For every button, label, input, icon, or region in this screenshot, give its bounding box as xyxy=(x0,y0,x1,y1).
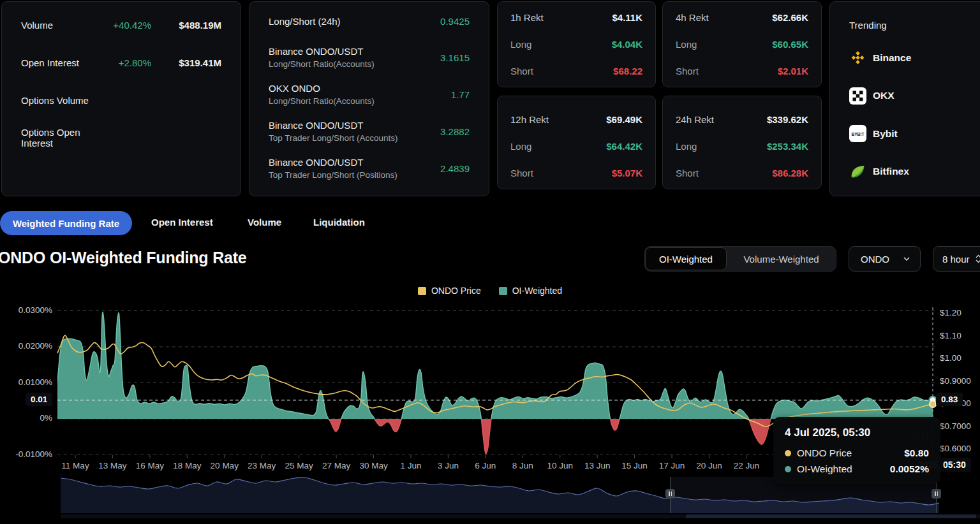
okx-logo-icon xyxy=(849,87,866,105)
tooltip-row-funding: OI-Weighted 0.0052% xyxy=(785,463,929,475)
price-marker xyxy=(930,401,936,407)
chevron-down-icon xyxy=(903,257,910,261)
navigator-handle-right[interactable] xyxy=(932,489,941,499)
funding-dot-icon xyxy=(785,466,791,472)
dashboard-page: Volume+40.42%$488.19MOpen Interest+2.80%… xyxy=(0,0,980,524)
bybit-logo-icon: BYB!T xyxy=(849,125,866,142)
navigator-handle-left[interactable] xyxy=(665,489,675,499)
chart-tooltip: 4 Jul 2025, 05:30 ONDO Price $0.80 OI-We… xyxy=(773,417,940,484)
tooltip-row-price: ONDO Price $0.80 xyxy=(785,448,929,459)
bitfinex-logo-icon xyxy=(849,163,866,180)
tooltip-funding-value: 0.0052% xyxy=(890,463,929,475)
tooltip-price-label: ONDO Price xyxy=(797,448,852,459)
chevron-up-down-icon xyxy=(976,254,980,263)
binance-logo-icon xyxy=(849,49,866,66)
tooltip-funding-label: OI-Weighted xyxy=(797,463,852,475)
svg-text:BYB!T: BYB!T xyxy=(851,132,864,136)
tooltip-date: 4 Jul 2025, 05:30 xyxy=(785,426,929,439)
price-dot-icon xyxy=(785,450,791,456)
current-price-badge: 0.83 xyxy=(936,393,963,406)
scrollbar-thumb[interactable] xyxy=(686,514,976,518)
current-funding-badge: 0.01 xyxy=(26,393,52,406)
tooltip-price-value: $0.80 xyxy=(904,448,929,459)
